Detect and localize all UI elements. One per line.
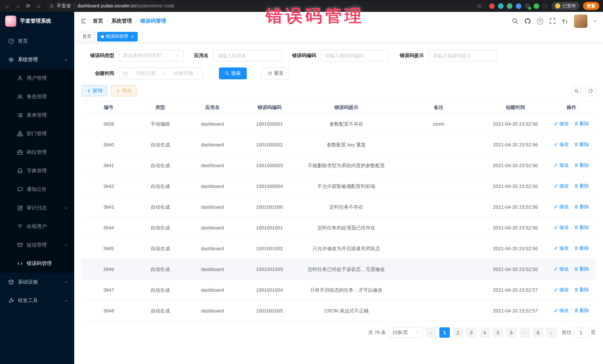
app-name-input[interactable]: [213, 50, 282, 62]
edit-link[interactable]: 修改: [554, 245, 569, 252]
edit-link[interactable]: 修改: [554, 224, 569, 231]
next-page-button[interactable]: ›: [546, 327, 557, 338]
profile-paused-pill[interactable]: 已暂停: [551, 2, 580, 10]
font-size-icon[interactable]: TT: [562, 18, 568, 24]
edit-link[interactable]: 修改: [554, 203, 569, 210]
page-button-6[interactable]: 6: [506, 327, 517, 338]
delete-link[interactable]: 删除: [574, 162, 589, 169]
fullscreen-icon[interactable]: [549, 18, 556, 24]
cell-hint: 不能删除类型为系统内置的参数配置: [299, 162, 394, 169]
refresh-table-button[interactable]: [585, 86, 596, 96]
sidebar-item-departments[interactable]: 部门管理: [0, 124, 74, 143]
sidebar-item-online-users[interactable]: 在线用户: [0, 217, 74, 236]
extension-icon[interactable]: [516, 3, 521, 9]
help-icon[interactable]: ?: [537, 18, 543, 24]
edit-link[interactable]: 修改: [554, 182, 569, 190]
extension-icon[interactable]: [498, 3, 504, 9]
delete-link[interactable]: 删除: [574, 286, 589, 293]
home-icon[interactable]: ⌂: [35, 3, 42, 9]
forward-icon[interactable]: →: [14, 3, 22, 9]
reset-button[interactable]: 重置: [262, 67, 290, 79]
bookmark-star-icon[interactable]: ☆: [477, 3, 482, 9]
delete-link[interactable]: 删除: [574, 120, 589, 127]
delete-link[interactable]: 删除: [574, 245, 589, 252]
extension-icon[interactable]: [543, 3, 548, 9]
extension-icon[interactable]: [507, 3, 512, 9]
add-button[interactable]: 新增: [82, 85, 107, 96]
page-button-5[interactable]: 5: [493, 327, 503, 338]
delete-link[interactable]: 删除: [574, 265, 589, 273]
edit-link[interactable]: 修改: [554, 162, 569, 169]
sidebar-item-users[interactable]: 用户管理: [0, 69, 74, 88]
end-date-placeholder: 结束日期: [168, 70, 199, 77]
page-button-8[interactable]: 8: [533, 327, 543, 338]
more-pages-button[interactable]: ···: [520, 327, 530, 338]
goto-suffix: 页: [591, 329, 596, 336]
sidebar-item-home[interactable]: 首页: [0, 32, 74, 50]
sidebar-item-audit-log[interactable]: 审计日志: [0, 199, 74, 217]
page-size-select[interactable]: 10条/页: [389, 327, 423, 338]
collapse-sidebar-icon[interactable]: [80, 18, 87, 24]
page-button-4[interactable]: 4: [479, 327, 490, 338]
sidebar-item-system-mgmt[interactable]: 系统管理: [0, 50, 74, 69]
github-icon[interactable]: [524, 18, 531, 24]
sidebar-item-error-code-mgmt[interactable]: 错误码管理: [0, 254, 74, 273]
cell-app: dashboard: [185, 287, 240, 294]
close-tab-icon[interactable]: ×: [131, 34, 134, 39]
sidebar-item-dictionary[interactable]: 字典管理: [0, 162, 74, 180]
date-range-picker[interactable]: 开始日期 - 结束日期: [119, 67, 203, 79]
extension-icon[interactable]: [489, 3, 495, 9]
pagination: 共 76 条 10条/页 ‹ 1 2 3 4 5 6 ··· 8 ›: [82, 327, 596, 345]
user-avatar[interactable]: [574, 14, 587, 28]
table-row: 3942 自动生成 dashboard 1001000004 不允许获取敏感配置…: [82, 176, 596, 197]
breadcrumb-home[interactable]: 首页: [93, 18, 103, 24]
edit-link[interactable]: 修改: [554, 286, 569, 293]
delete-link[interactable]: 删除: [574, 203, 589, 210]
error-type-select[interactable]: 请选择错误码类型: [119, 50, 184, 62]
sidebar-item-notices[interactable]: 通知公告: [0, 180, 74, 199]
reload-icon[interactable]: ⟳: [24, 3, 32, 9]
edit-link[interactable]: 修改: [554, 141, 569, 148]
export-button[interactable]: 导出: [111, 85, 137, 96]
goto-page-input[interactable]: [574, 327, 589, 338]
divider: [74, 3, 75, 8]
briefcase-icon: [17, 149, 23, 155]
sidebar-item-menus[interactable]: 菜单管理: [0, 106, 74, 124]
cell-hint: CRON 表达式不正确: [299, 307, 394, 315]
app-logo[interactable]: 芋道管理系统: [0, 12, 74, 30]
cell-time: 2021-04-20 23:52:56: [484, 121, 547, 128]
extension-icon[interactable]: [525, 3, 530, 9]
search-icon[interactable]: [511, 18, 518, 24]
edit-link[interactable]: 修改: [554, 265, 569, 273]
caret-down-icon[interactable]: [593, 19, 597, 23]
sidebar-item-posts[interactable]: 岗位管理: [0, 143, 74, 162]
sidebar-item-roles[interactable]: 角色管理: [0, 88, 74, 106]
cell-code: 1001000002: [240, 141, 299, 148]
delete-link[interactable]: 删除: [574, 141, 589, 148]
chevron-down-icon: [64, 298, 68, 303]
page-button-2[interactable]: 2: [453, 327, 463, 338]
edit-link[interactable]: 修改: [554, 120, 569, 127]
extension-icon[interactable]: [533, 3, 539, 9]
update-button[interactable]: 更新: [583, 2, 599, 10]
search-button[interactable]: 搜索: [219, 67, 247, 79]
delete-link[interactable]: 删除: [574, 307, 589, 314]
trash-icon: [574, 308, 578, 313]
delete-link[interactable]: 删除: [574, 182, 589, 190]
error-hint-input[interactable]: [428, 50, 497, 62]
sidebar-item-sms-mgmt[interactable]: 短信管理: [0, 236, 74, 254]
prev-page-button[interactable]: ‹: [426, 327, 436, 338]
tab-error-code[interactable]: 错误码管理×: [97, 32, 138, 41]
error-code-input[interactable]: [321, 50, 389, 62]
delete-link[interactable]: 删除: [574, 224, 589, 231]
page-button-1[interactable]: 1: [439, 327, 450, 338]
edit-link[interactable]: 修改: [554, 307, 569, 314]
sidebar-item-dev-tools[interactable]: 研发工具: [0, 291, 74, 310]
tab-home[interactable]: 首页: [79, 32, 95, 41]
back-icon[interactable]: ←: [4, 3, 11, 9]
sidebar-item-infrastructure[interactable]: 基础设施: [0, 273, 74, 291]
toggle-search-button[interactable]: [571, 86, 581, 96]
column-header-ops: 操作: [547, 104, 596, 111]
page-button-3[interactable]: 3: [466, 327, 476, 338]
breadcrumb-section[interactable]: 系统管理: [111, 18, 132, 24]
